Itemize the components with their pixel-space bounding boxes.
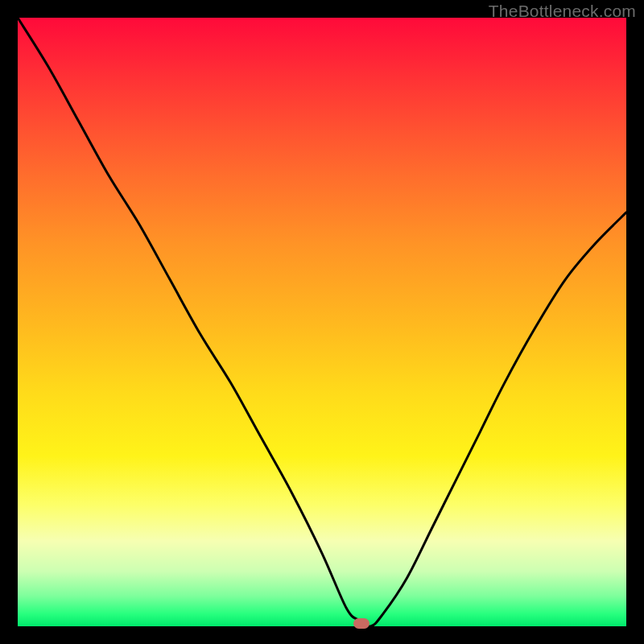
curve-path [18,18,626,626]
bottleneck-curve [18,18,626,626]
watermark-text: TheBottleneck.com [489,2,636,21]
optimal-point-marker [353,618,369,629]
plot-area [18,18,626,626]
chart-frame: TheBottleneck.com [0,0,644,644]
